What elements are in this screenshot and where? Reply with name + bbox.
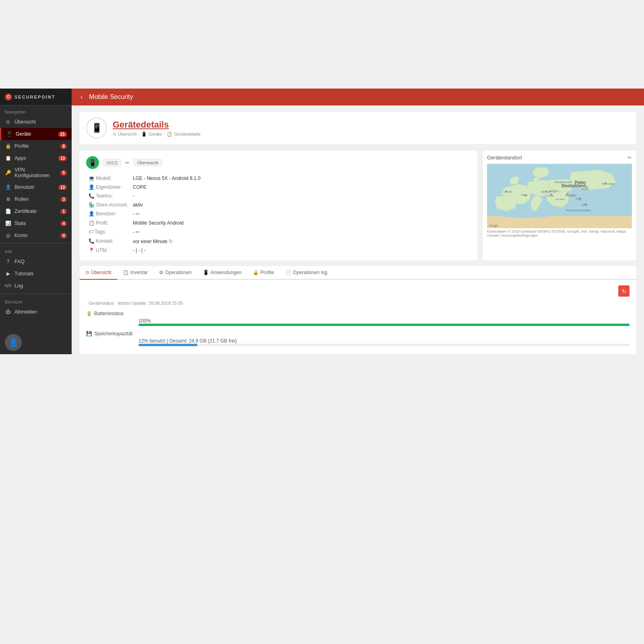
prag-label: Prag (576, 198, 582, 201)
info-section-label: Info (0, 245, 72, 256)
tab-operationen[interactable]: ⚙ Operationen (153, 266, 197, 280)
sidebar-item-vpn[interactable]: 🔑 VPN Konfigurationen 5 (0, 164, 72, 181)
rollen-badge: 3 (60, 197, 67, 202)
main-content: ‹ Mobile Security 📱 Gerätedetails ⊙ Über… (72, 89, 644, 354)
kontakt-refresh-button[interactable]: ↻ (169, 238, 173, 244)
status-refresh-button[interactable]: ↻ (618, 285, 630, 297)
sidebar-item-zertifikate[interactable]: 📄 Zertifikate 1 (0, 205, 72, 217)
sidebar-item-log[interactable]: </> Log (0, 280, 72, 292)
label-store: 🏪 Store-Account: (86, 200, 130, 209)
tab-anwendungen-label: Anwendungen (211, 270, 242, 275)
table-row: 📞 Telefon: - (86, 192, 471, 200)
sidebar-item-benutzer[interactable]: 👤 Benutzer 13 (0, 181, 72, 193)
map-svg: Deutschland Polen Niederlande Belgien Pa… (487, 164, 632, 228)
two-col-layout: 📱 (Id12) ✏ Überwacht 💻 Modell: LGE - Nex… (80, 151, 636, 260)
nav-section-label: Navigation (0, 105, 72, 116)
storage-value: 12% benutzt | Gesamt: 24.9 GB (21.7 GB f… (138, 338, 630, 344)
sidebar-item-rollen[interactable]: ⚙ Rollen 3 (0, 193, 72, 205)
device-detail-table: 💻 Modell: LGE - Nexus 5X - Android 8.1.0… (86, 174, 471, 255)
device-id-tag: (Id12) (103, 159, 121, 166)
tab-operationen-icon: ⚙ (159, 270, 163, 275)
svg-point-19 (567, 193, 568, 195)
user-section-label: Benutzer (0, 295, 72, 306)
tags-edit-button[interactable]: ✏ (136, 229, 140, 235)
status-row-battery: 🔋 Batteriestatus 100% (86, 311, 630, 326)
status-title: Gerätestatus letztes Update: 28.08.2018 … (86, 300, 630, 306)
breadcrumb-sep2: › (164, 132, 165, 136)
device-edit-button[interactable]: ✏ (125, 160, 130, 166)
label-kontakt: 📞 Kontakt: (86, 237, 130, 246)
map-title: Gerätestandort (487, 155, 522, 161)
sidebar-item-geraete[interactable]: 📱 Geräte 21 (0, 128, 72, 140)
map-card: Gerätestandort ✏ (483, 151, 636, 260)
sidebar-item-profile[interactable]: 🔒 Profile 8 (0, 140, 72, 152)
sidebar-item-label: Log (14, 283, 67, 289)
apps-icon: 📋 (5, 155, 11, 161)
tab-operationen-log[interactable]: 📄 Operationen log (280, 266, 333, 280)
sidebar-item-label: Tutorials (14, 271, 67, 277)
battery-icon: 🔋 (86, 311, 92, 316)
sidebar-item-abmelden[interactable]: ⏻ Abmelden (0, 306, 72, 318)
value-modell: LGE - Nexus 5X - Android 8.1.0 (130, 174, 471, 183)
cert-icon: 📄 (5, 208, 11, 215)
value-eigentuemer: COPE (130, 183, 471, 192)
breadcrumb-home-icon: ⊙ (113, 132, 116, 137)
utm-icon: 📍 (89, 248, 95, 253)
profile-badge: 8 (60, 144, 67, 149)
back-button[interactable]: ‹ (78, 92, 85, 102)
svg-point-17 (545, 190, 547, 192)
owner-icon: 👤 (89, 184, 95, 190)
breadcrumb: ⊙ Übersicht › 📱 Geräte › 📋 Gerätedetails (113, 132, 200, 137)
tutorials-icon: ▶ (5, 270, 11, 277)
niederlande-label: Niederlande (555, 180, 572, 184)
sidebar-item-faq[interactable]: ? FAQ (0, 256, 72, 268)
sidebar-item-uebersicht[interactable]: ⊙ Übersicht (0, 116, 72, 128)
sidebar-item-apps[interactable]: 📋 Apps 13 (0, 152, 72, 164)
tab-anwendungen[interactable]: 📱 Anwendungen (197, 266, 247, 280)
slowakei-label: Slowakei (580, 209, 591, 212)
store-icon: 🏪 (89, 202, 95, 208)
zertifikate-badge: 1 (60, 209, 67, 214)
tab-inventar[interactable]: 📋 Inventar (117, 266, 153, 280)
faq-icon: ? (5, 258, 11, 265)
svg-point-15 (524, 194, 526, 196)
phone-icon: 📞 (89, 193, 95, 199)
map-attribution: Kartendaten © 2018 GeoBasis-DE/BKG (©200… (487, 229, 632, 237)
sidebar-item-stats[interactable]: 📊 Stats 4 (0, 217, 72, 229)
tab-profile[interactable]: 🔒 Profile (247, 266, 280, 280)
tschechien-label: Tschechien (566, 209, 580, 212)
benutzer-edit-button[interactable]: ✏ (136, 211, 140, 217)
tab-profile-icon: 🔒 (253, 270, 259, 275)
svg-point-16 (505, 190, 507, 192)
map-edit-button[interactable]: ✏ (627, 155, 632, 161)
logout-icon: ⏻ (5, 309, 11, 315)
vpn-icon: 🔑 (5, 169, 11, 176)
table-row: 🏷 Tags: - ✏ (86, 227, 471, 237)
benutzer-badge: 13 (58, 185, 67, 190)
profile-icon2: 📋 (89, 220, 95, 226)
breadcrumb-geraete[interactable]: Geräte (149, 132, 162, 136)
storage-label: Speicherkapazität (94, 331, 132, 336)
battery-progress-fill (138, 324, 630, 326)
status-panel: ↻ Gerätestatus letztes Update: 28.08.201… (80, 280, 636, 354)
main-label: am Main (555, 198, 565, 200)
storage-progress-fill (138, 344, 197, 346)
sidebar-item-label: Stats (14, 221, 60, 226)
logo-text: SECUREPOINT (14, 95, 55, 99)
svg-text:Frankfurt: Frankfurt (566, 195, 575, 197)
battery-progress-container (138, 324, 630, 326)
sidebar-item-label: FAQ (14, 259, 67, 264)
page-title-area: Gerätedetails ⊙ Übersicht › 📱 Geräte › 📋… (113, 120, 200, 137)
sidebar-item-tutorials[interactable]: ▶ Tutorials (0, 268, 72, 280)
london-label: London (503, 190, 512, 193)
devices-icon: 📱 (6, 131, 12, 137)
breadcrumb-devices-icon: 📱 (141, 132, 147, 137)
tab-uebersicht[interactable]: ⊙ Übersicht (80, 266, 117, 280)
breadcrumb-geraetedetails: Gerätedetails (174, 132, 200, 136)
google-watermark: Google (489, 224, 498, 227)
svg-point-18 (551, 194, 552, 195)
sidebar-item-konto[interactable]: ◎ Konto 4 (0, 229, 72, 242)
status-last-update: letztes Update: 28.08.2018 15:05 (118, 301, 183, 305)
value-tags: - ✏ (130, 227, 471, 237)
breadcrumb-uebersicht[interactable]: Übersicht (118, 132, 136, 136)
